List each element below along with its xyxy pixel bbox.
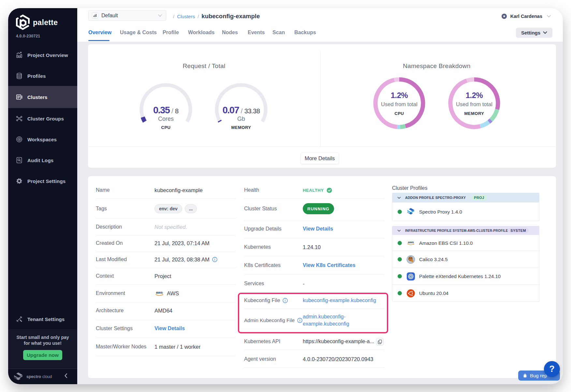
svg-text:aws: aws — [156, 290, 163, 294]
svg-text:aws: aws — [408, 240, 414, 244]
